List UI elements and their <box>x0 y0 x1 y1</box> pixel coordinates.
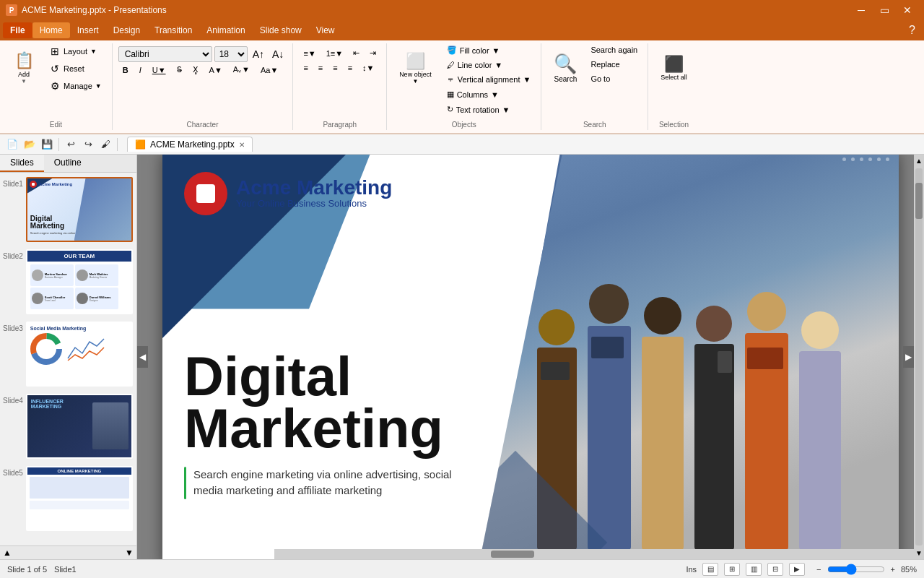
slide-title-line1: Digital <box>184 350 458 402</box>
shadow-button[interactable]: X̥ <box>188 64 203 76</box>
slide-thumb-3: Social Media Marketing <box>26 322 133 387</box>
font-decrease-button[interactable]: A↓ <box>269 47 287 61</box>
menu-view[interactable]: View <box>309 22 342 38</box>
doc-tab-close[interactable]: ✕ <box>239 141 245 149</box>
align-center-button[interactable]: ≡ <box>314 61 327 74</box>
canvas-scrollbar-h[interactable] <box>274 549 914 559</box>
align-row: ≡ ≡ ≡ ≡ ↕▼ <box>299 61 380 74</box>
line-color-button[interactable]: 🖊 Line color ▼ <box>443 59 536 72</box>
close-button[interactable]: ✕ <box>897 2 918 18</box>
strikethrough-button[interactable]: S̶ <box>173 64 186 76</box>
slide-sorter-button[interactable]: ⊟ <box>767 563 783 576</box>
vertical-alignment-button[interactable]: ⫧ Vertical alignment ▼ <box>443 73 536 86</box>
go-to-label: Go to <box>590 74 610 83</box>
maximize-button[interactable]: ▭ <box>873 2 895 18</box>
slide-item-4[interactable]: Slide4 INFLUENCER MARKETING <box>3 394 134 459</box>
slide-scroll-down[interactable]: ▼ <box>125 548 134 558</box>
doc-tab[interactable]: 🟧 ACME Marketing.pptx ✕ <box>127 137 253 152</box>
minimize-button[interactable]: ─ <box>850 2 872 18</box>
canvas-scroll-right[interactable]: ▶ <box>903 346 914 368</box>
layout-button[interactable]: ⊞ Layout ▼ <box>45 43 106 59</box>
menu-file[interactable]: File <box>3 22 32 38</box>
slide-info: Slide 1 of 5 <box>7 565 47 574</box>
menu-design[interactable]: Design <box>106 22 147 38</box>
slide-canvas: Acme Marketing Your Online Business Solu… <box>162 155 899 559</box>
slides-tab[interactable]: Slides <box>0 155 44 172</box>
zoom-plus[interactable]: + <box>891 565 895 574</box>
align-right-button[interactable]: ≡ <box>328 61 341 74</box>
slide-item-2[interactable]: Slide2 OUR TEAM Martina SandnerBusiness … <box>3 249 134 314</box>
decrease-indent-button[interactable]: ⇤ <box>349 46 364 60</box>
search-button[interactable]: 🔍 Search <box>547 43 583 92</box>
font-color-button[interactable]: A▼ <box>205 64 227 76</box>
fill-color-button[interactable]: 🪣 Fill color ▼ <box>443 43 536 57</box>
bold-button[interactable]: B <box>118 64 133 76</box>
canvas-scroll-left[interactable]: ◀ <box>137 346 148 368</box>
go-to-button[interactable]: Go to <box>586 72 642 85</box>
add-button[interactable]: 📋 Add ▼ <box>6 43 42 92</box>
redo-button[interactable]: ↪ <box>80 137 96 152</box>
slide-panel-tabs: Slides Outline <box>0 155 136 173</box>
manage-button[interactable]: ⚙ Manage ▼ <box>45 78 106 94</box>
logo-square <box>196 184 215 203</box>
zoom-minus[interactable]: − <box>816 565 821 574</box>
menu-insert[interactable]: Insert <box>70 22 106 38</box>
font-increase-button[interactable]: A↑ <box>250 47 267 61</box>
ribbon-group-selection: ⬛ Select all Selection <box>648 43 699 130</box>
font-size-selector[interactable]: 18 <box>214 46 248 62</box>
char-case-button[interactable]: Aa▼ <box>256 64 282 76</box>
slide-number-2: Slide2 <box>3 249 23 260</box>
menu-animation[interactable]: Animation <box>199 22 252 38</box>
new-button[interactable]: 📄 <box>4 137 20 152</box>
slide-item-5[interactable]: Slide5 ONLINE MARKETING <box>3 466 134 531</box>
title-bar: P ACME Marketing.pptx - Presentations ─ … <box>0 0 924 20</box>
fill-color-icon: 🪣 <box>447 46 457 55</box>
canvas-scrollbar-v[interactable]: ▲ ▼ <box>914 155 924 559</box>
align-justify-button[interactable]: ≡ <box>344 61 357 74</box>
slideshow-button[interactable]: ▶ <box>789 563 805 576</box>
replace-button[interactable]: Replace <box>586 58 642 71</box>
slide-item-1[interactable]: Slide1 Acme Marketing Digital Marketing … <box>3 177 134 242</box>
title-bar-controls[interactable]: ─ ▭ ✕ <box>850 2 918 18</box>
format-painter-button[interactable]: 🖌 <box>97 137 113 152</box>
ribbon-group-selection-controls: ⬛ Select all <box>654 43 694 118</box>
font-selector[interactable]: Calibri <box>118 46 212 62</box>
outline-tab[interactable]: Outline <box>44 155 92 172</box>
outline-view-button[interactable]: ⊞ <box>724 563 740 576</box>
notes-view-button[interactable]: ▥ <box>746 563 762 576</box>
new-object-button[interactable]: ⬜ New object ▼ <box>393 43 438 92</box>
scroll-up-arrow[interactable]: ▲ <box>913 155 924 167</box>
help-icon[interactable]: ? <box>903 24 921 37</box>
reset-button[interactable]: ↺ Reset <box>45 61 106 77</box>
char-spacing-button[interactable]: Aᵥ▼ <box>229 64 254 76</box>
open-button[interactable]: 📂 <box>22 137 38 152</box>
scroll-h-thumb[interactable] <box>491 551 534 558</box>
align-left-button[interactable]: ≡ <box>299 61 312 74</box>
text-rotation-button[interactable]: ↻ Text rotation ▼ <box>443 103 536 116</box>
italic-button[interactable]: I <box>135 64 146 76</box>
scroll-thumb[interactable] <box>915 183 923 219</box>
menu-transition[interactable]: Transition <box>147 22 199 38</box>
numbered-list-button[interactable]: 1≡▼ <box>322 47 347 60</box>
zoom-slider[interactable] <box>827 564 885 575</box>
vertical-alignment-label: Vertical alignment <box>458 75 520 84</box>
normal-view-button[interactable]: ▤ <box>702 563 718 576</box>
save-button[interactable]: 💾 <box>39 137 55 152</box>
doc-tab-name: ACME Marketing.pptx <box>150 139 235 150</box>
scroll-down-arrow[interactable]: ▼ <box>913 547 924 559</box>
status-bar-right: Ins ▤ ⊞ ▥ ⊟ ▶ − + 85% <box>686 563 917 576</box>
menu-slideshow[interactable]: Slide show <box>253 22 309 38</box>
columns-button[interactable]: ▦ Columns ▼ <box>443 87 536 101</box>
select-all-button[interactable]: ⬛ Select all <box>654 43 694 92</box>
underline-button[interactable]: U▼ <box>148 64 170 76</box>
line-spacing-button[interactable]: ↕▼ <box>358 61 378 74</box>
menu-home[interactable]: Home <box>32 22 70 38</box>
undo-button[interactable]: ↩ <box>63 137 79 152</box>
increase-indent-button[interactable]: ⇥ <box>365 46 380 60</box>
slide-item-3[interactable]: Slide3 Social Media Marketing <box>3 322 134 387</box>
slide-scroll-up[interactable]: ▲ <box>3 548 12 558</box>
search-again-button[interactable]: Search again <box>586 43 642 56</box>
slides-list: Slide1 Acme Marketing Digital Marketing … <box>0 173 136 545</box>
quick-access-toolbar: 📄 📂 💾 ↩ ↪ 🖌 🟧 ACME Marketing.pptx ✕ <box>0 134 924 155</box>
bullet-list-button[interactable]: ≡▼ <box>299 47 320 60</box>
